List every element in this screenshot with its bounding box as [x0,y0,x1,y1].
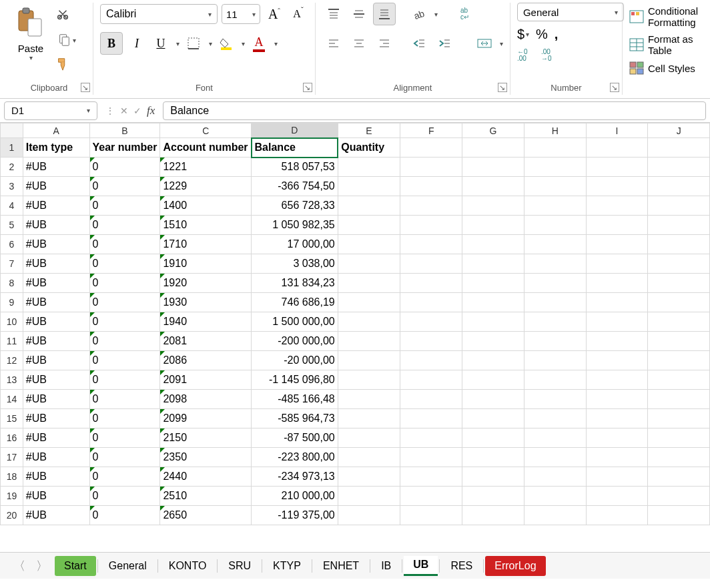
cell-G12[interactable] [462,351,524,370]
cell-A13[interactable]: #UB [23,370,89,390]
cell-C13[interactable]: 2091 [160,370,252,390]
chevron-down-icon[interactable]: ▾ [73,37,76,44]
more-icon[interactable]: ⋮ [105,105,115,116]
paste-label[interactable]: Paste [18,43,43,54]
accept-icon[interactable]: ✓ [133,105,141,116]
chevron-down-icon[interactable]: ▾ [29,54,33,61]
align-top-button[interactable] [322,3,345,25]
sheet-tab-sru[interactable]: SRU [219,556,260,576]
cell-C11[interactable]: 2081 [160,332,252,351]
cell-D9[interactable]: 746 686,19 [252,293,338,312]
cell-A4[interactable]: #UB [23,196,89,216]
cell-C15[interactable]: 2099 [160,409,252,428]
cell-E18[interactable] [338,467,400,487]
cell-E4[interactable] [338,196,400,216]
column-header-A[interactable]: A [23,123,89,138]
cell-G17[interactable] [462,448,524,467]
cell-A14[interactable]: #UB [23,390,89,409]
cell-E14[interactable] [338,390,400,409]
cell-E1[interactable]: Quantity [338,138,400,158]
cell-G6[interactable] [462,235,524,254]
column-header-D[interactable]: D [252,123,338,138]
cell-I20[interactable] [586,506,648,525]
cell-A17[interactable]: #UB [23,448,89,467]
fx-icon[interactable]: fx [147,104,155,117]
increase-indent-button[interactable] [433,32,456,55]
accounting-format-button[interactable]: $▾ [517,27,529,42]
cell-C2[interactable]: 1221 [160,158,252,177]
row-header-7[interactable]: 7 [1,254,23,274]
sheet-tab-enhet[interactable]: ENHET [314,556,368,576]
cell-G5[interactable] [462,216,524,235]
column-header-C[interactable]: C [160,123,252,138]
fill-color-button[interactable] [216,32,236,55]
cell-A20[interactable]: #UB [23,506,89,525]
cell-J16[interactable] [648,428,710,448]
cell-I3[interactable] [586,177,648,196]
cell-J12[interactable] [648,351,710,370]
sheet-tab-ub[interactable]: UB [404,556,438,576]
row-header-17[interactable]: 17 [1,448,23,467]
cell-J3[interactable] [648,177,710,196]
cell-E16[interactable] [338,428,400,448]
row-header-15[interactable]: 15 [1,409,23,428]
cell-F10[interactable] [400,312,462,332]
cell-I9[interactable] [586,293,648,312]
row-header-4[interactable]: 4 [1,196,23,216]
cell-E6[interactable] [338,235,400,254]
font-color-button[interactable]: A [249,32,269,55]
cell-J19[interactable] [648,487,710,506]
cell-C20[interactable]: 2650 [160,506,252,525]
cell-G8[interactable] [462,274,524,293]
cell-B10[interactable]: 0 [89,312,160,332]
name-box[interactable]: D1 ▾ [4,101,97,120]
cell-A8[interactable]: #UB [23,274,89,293]
column-header-B[interactable]: B [89,123,160,138]
cell-F17[interactable] [400,448,462,467]
row-header-18[interactable]: 18 [1,467,23,487]
cell-styles-button[interactable]: Cell Styles [629,61,698,75]
cell-D17[interactable]: -223 800,00 [252,448,338,467]
cell-E8[interactable] [338,274,400,293]
cell-I1[interactable] [586,138,648,158]
cell-E5[interactable] [338,216,400,235]
cell-A19[interactable]: #UB [23,487,89,506]
cell-D15[interactable]: -585 964,73 [252,409,338,428]
cell-I18[interactable] [586,467,648,487]
column-header-H[interactable]: H [524,123,586,138]
grow-font-button[interactable]: Aˆ [264,3,284,25]
cell-C8[interactable]: 1920 [160,274,252,293]
cell-D3[interactable]: -366 754,50 [252,177,338,196]
cell-A16[interactable]: #UB [23,428,89,448]
row-header-1[interactable]: 1 [1,138,23,158]
cell-D18[interactable]: -234 973,13 [252,467,338,487]
cell-H12[interactable] [524,351,586,370]
cell-I4[interactable] [586,196,648,216]
percent-button[interactable]: % [536,27,548,42]
cancel-icon[interactable]: ✕ [120,105,128,116]
cell-H11[interactable] [524,332,586,351]
cell-B18[interactable]: 0 [89,467,160,487]
cell-A7[interactable]: #UB [23,254,89,274]
format-painter-button[interactable] [53,55,72,73]
cell-I15[interactable] [586,409,648,428]
cell-H13[interactable] [524,370,586,390]
cell-D10[interactable]: 1 500 000,00 [252,312,338,332]
cell-A9[interactable]: #UB [23,293,89,312]
cell-I7[interactable] [586,254,648,274]
cell-G7[interactable] [462,254,524,274]
cell-I19[interactable] [586,487,648,506]
cell-B15[interactable]: 0 [89,409,160,428]
cell-H17[interactable] [524,448,586,467]
cell-H1[interactable] [524,138,586,158]
cell-J7[interactable] [648,254,710,274]
align-center-button[interactable] [348,32,370,55]
cell-G2[interactable] [462,158,524,177]
cell-G9[interactable] [462,293,524,312]
cell-H3[interactable] [524,177,586,196]
row-header-13[interactable]: 13 [1,370,23,390]
cell-D7[interactable]: 3 038,00 [252,254,338,274]
cell-E3[interactable] [338,177,400,196]
format-as-table-button[interactable]: Format as Table [629,33,698,56]
cell-F18[interactable] [400,467,462,487]
